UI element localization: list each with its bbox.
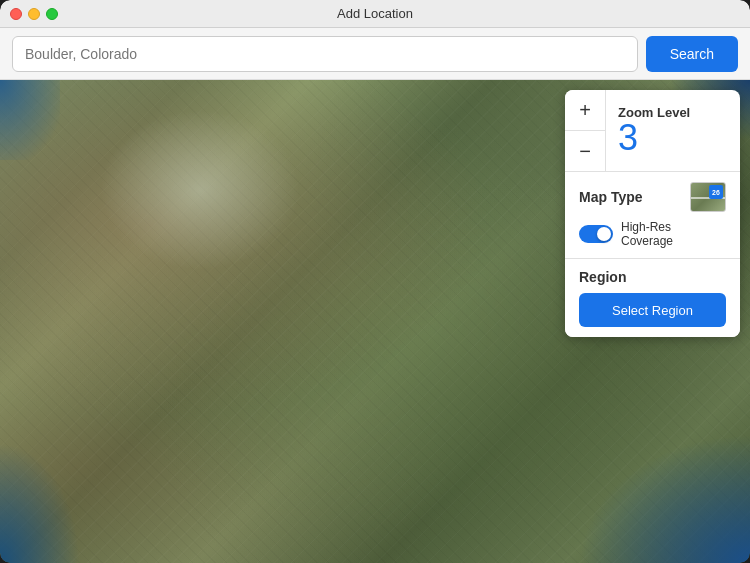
region-header: Region (579, 269, 726, 285)
region-panel: Region Select Region (565, 258, 740, 337)
map-thumbnail[interactable]: 26 (690, 182, 726, 212)
zoom-in-button[interactable]: + (565, 90, 605, 130)
zoom-info: Zoom Level 3 (606, 90, 740, 171)
traffic-lights (10, 8, 58, 20)
map-water-bottom-left (0, 443, 80, 563)
map-thumb-number: 26 (709, 185, 723, 199)
minimize-button[interactable] (28, 8, 40, 20)
toggle-knob (597, 227, 611, 241)
high-res-toggle[interactable] (579, 225, 613, 243)
search-bar: Search (0, 28, 750, 80)
map-water-top-left (0, 80, 60, 160)
map-type-panel: Map Type 26 High-Res Coverage (565, 171, 740, 258)
maximize-button[interactable] (46, 8, 58, 20)
zoom-out-button[interactable]: − (565, 131, 605, 171)
control-panel: + − Zoom Level 3 Map Type (565, 90, 740, 337)
close-button[interactable] (10, 8, 22, 20)
map-type-header: Map Type 26 (579, 182, 726, 212)
map-container[interactable]: + − Zoom Level 3 Map Type (0, 80, 750, 563)
location-input[interactable] (12, 36, 638, 72)
window-title: Add Location (337, 6, 413, 21)
map-snow-area (100, 110, 300, 270)
select-region-button[interactable]: Select Region (579, 293, 726, 327)
zoom-buttons: + − (565, 90, 606, 171)
toggle-row: High-Res Coverage (579, 220, 726, 248)
zoom-section: + − Zoom Level 3 (565, 90, 740, 171)
app-window: Add Location Search + − (0, 0, 750, 563)
high-res-label: High-Res Coverage (621, 220, 726, 248)
title-bar: Add Location (0, 0, 750, 28)
map-water-bottom-right (550, 413, 750, 563)
search-button[interactable]: Search (646, 36, 738, 72)
zoom-value: 3 (618, 120, 728, 156)
map-type-label: Map Type (579, 189, 643, 205)
